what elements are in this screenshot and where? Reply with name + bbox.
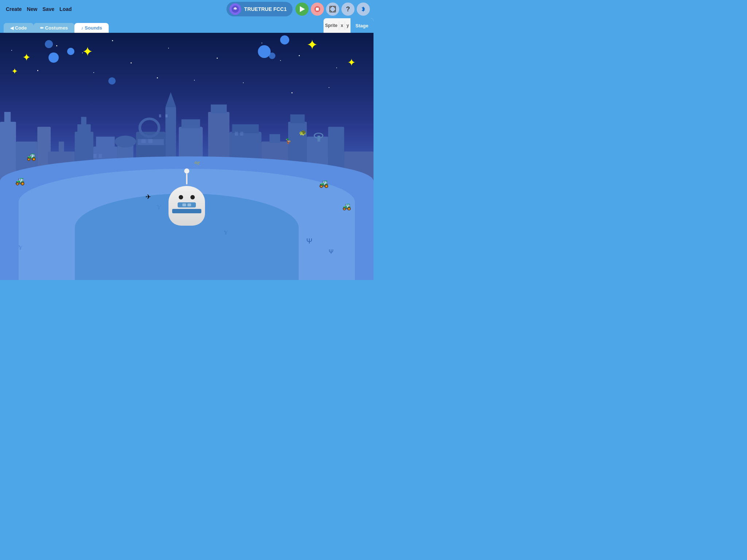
plant: Ψ xyxy=(306,237,313,245)
scene-canvas: ✦ ✦ ✦ ✦ ✦ xyxy=(0,33,374,280)
tab-costumes-label: Costumes xyxy=(45,25,68,31)
creature-right: 🐢 xyxy=(299,129,306,136)
svg-point-1 xyxy=(233,8,235,9)
star xyxy=(280,60,281,61)
robot-body xyxy=(169,186,205,226)
vehicle-left2: 🚜 xyxy=(15,176,25,186)
plant: Ψ xyxy=(329,249,333,255)
top-bar-left: Create New Save Load xyxy=(4,5,224,13)
sparkle-star: ✦ xyxy=(347,58,356,68)
y-label: y xyxy=(345,22,351,30)
x-label: x xyxy=(339,22,345,30)
svg-marker-3 xyxy=(300,6,305,12)
robot-character xyxy=(165,171,209,226)
tab-bar: ◀ Code ✏ Costumes ♪ Sounds Sprite x y St… xyxy=(0,18,374,33)
star xyxy=(217,58,218,59)
top-bar-right: ? xyxy=(295,3,370,16)
save-menu[interactable]: Save xyxy=(40,5,57,13)
plant: 𝕐 xyxy=(224,230,228,236)
plant: 𝕐 xyxy=(19,245,22,250)
green-flag-button[interactable] xyxy=(295,3,309,16)
star xyxy=(56,45,57,46)
small-craft: 🛩 xyxy=(194,160,200,166)
robot-antenna xyxy=(186,174,187,184)
robot-eye-left xyxy=(179,195,183,199)
svg-rect-5 xyxy=(316,8,319,11)
main-area: ✦ ✦ ✦ ✦ ✦ xyxy=(0,33,374,280)
fullscreen-button[interactable] xyxy=(326,3,339,16)
stop-button[interactable] xyxy=(311,3,324,16)
sparkle-star: ✦ xyxy=(11,67,18,75)
vehicle-right2: 🚜 xyxy=(342,202,351,211)
project-title: TRUETRUE FCC1 xyxy=(244,6,287,12)
star xyxy=(291,92,293,93)
tab-sounds[interactable]: ♪ Sounds xyxy=(74,23,109,33)
robot-eye-right xyxy=(190,195,195,199)
star xyxy=(262,43,262,43)
stage-label: Stage xyxy=(351,18,374,33)
create-menu[interactable]: Create xyxy=(4,5,24,13)
blue-circle xyxy=(67,48,74,55)
code-tab-icon: ◀ xyxy=(10,26,13,31)
mouth-button-left xyxy=(182,203,186,206)
tab-code[interactable]: ◀ Code xyxy=(4,23,34,33)
aircraft: ✈ xyxy=(146,193,151,201)
blue-circle xyxy=(108,77,116,85)
tab-costumes[interactable]: ✏ Costumes xyxy=(34,23,75,33)
tab-sounds-label: Sounds xyxy=(85,25,102,31)
top-bar: Create New Save Load TRUETRUE FCC1 xyxy=(0,0,374,18)
vehicle-left: 🚜 xyxy=(26,152,36,162)
project-title-area: TRUETRUE FCC1 xyxy=(227,2,293,16)
bluetooth-button[interactable] xyxy=(357,3,370,16)
sparkle-star: ✦ xyxy=(22,52,31,63)
star xyxy=(336,67,337,68)
robot-antenna-ball xyxy=(184,168,189,174)
small-creature: 🦆 xyxy=(285,138,291,144)
svg-point-2 xyxy=(236,8,237,9)
tab-code-label: Code xyxy=(15,25,27,31)
robot-belt xyxy=(172,209,201,213)
load-menu[interactable]: Load xyxy=(57,5,74,13)
sprite-label: Sprite xyxy=(324,22,339,30)
robot-mouth xyxy=(178,202,196,207)
sparkle-star: ✦ xyxy=(306,38,318,52)
new-menu[interactable]: New xyxy=(25,5,40,13)
sparkle-star: ✦ xyxy=(82,45,93,58)
scratch-logo xyxy=(229,3,241,15)
vehicle-right: 🚜 xyxy=(319,179,329,188)
star xyxy=(168,48,169,48)
plant: 𝕐 xyxy=(157,204,161,211)
sounds-tab-icon: ♪ xyxy=(81,26,83,31)
mouth-button-right xyxy=(187,203,191,206)
stage-area: ✦ ✦ ✦ ✦ ✦ xyxy=(0,33,374,280)
star xyxy=(243,82,244,83)
costumes-tab-icon: ✏ xyxy=(40,26,44,31)
blue-circle xyxy=(280,35,289,44)
robot-eyes xyxy=(179,195,195,199)
help-button[interactable]: ? xyxy=(341,3,355,16)
